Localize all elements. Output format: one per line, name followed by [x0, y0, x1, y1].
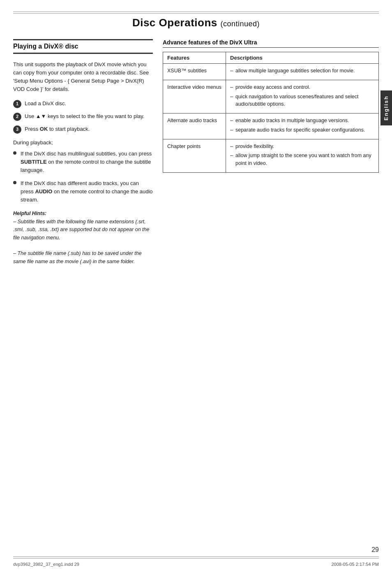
desc-item: –separate audio tracks for specific spea… [230, 126, 374, 134]
step-item-1: 1 Load a DivX disc. [13, 100, 153, 108]
desc-text: allow multiple language subtitles select… [235, 67, 355, 75]
desc-dash: – [230, 93, 233, 101]
hints-title: Helpful Hints: [13, 211, 46, 216]
desc-text: provide flexibility. [235, 143, 274, 151]
right-column: Advance features of the DivX Ultra Featu… [163, 39, 379, 545]
left-column: Playing a DivX® disc This unit supports … [13, 39, 153, 545]
desc-item: –allow jump straight to the scene you wa… [230, 152, 374, 167]
desc-dash: – [230, 143, 233, 151]
content-area: Playing a DivX® disc This unit supports … [13, 39, 379, 545]
desc-dash: – [230, 67, 233, 75]
step-item-2: 2 Use ▲▼ keys to select to the file you … [13, 112, 153, 121]
side-tab: English [380, 90, 392, 125]
hint1-text: – Subtitle files with the following file… [13, 219, 149, 241]
bullet-list: If the DivX disc has multilingual subtit… [13, 150, 153, 204]
footer-left: dvp3962_3982_37_eng1.indd 29 [13, 562, 79, 567]
feature-name-1: Interactive video menus [163, 80, 226, 113]
features-table: Features Descriptions XSUB™ subtitles–al… [163, 52, 379, 173]
page-title: Disc Operations (continued) [132, 16, 260, 29]
bottom-border-inner [13, 556, 379, 557]
step-text-2: Use ▲▼ keys to select to the file you wa… [25, 112, 144, 120]
col2-header: Descriptions [226, 52, 379, 64]
col1-header: Features [163, 52, 226, 64]
step-item-3: 3 Press OK to start playback. [13, 125, 153, 134]
desc-dash: – [230, 126, 233, 134]
table-header-row: Features Descriptions [163, 52, 379, 64]
table-row: Chapter points–provide flexibility.–allo… [163, 139, 379, 172]
desc-text: separate audio tracks for specific speak… [235, 126, 365, 134]
page-header: Disc Operations (continued) [13, 16, 379, 29]
bullet-item-2: If the DivX disc has different audio tra… [13, 179, 153, 204]
advance-title: Advance features of the DivX Ultra [163, 39, 379, 48]
feature-desc-0: –allow multiple language subtitles selec… [226, 64, 379, 80]
desc-item: –provide easy access and control. [230, 83, 374, 91]
section-title: Playing a DivX® disc [13, 43, 78, 50]
feature-name-0: XSUB™ subtitles [163, 64, 226, 80]
step-num-2: 2 [13, 113, 21, 121]
desc-dash: – [230, 152, 233, 160]
feature-name-2: Alternate audio tracks [163, 114, 226, 139]
step-text-3: Press OK to start playback. [25, 125, 90, 133]
page-title-continued: (continued) [221, 20, 260, 28]
desc-dash: – [230, 83, 233, 91]
helpful-hints: Helpful Hints: – Subtitle files with the… [13, 210, 153, 266]
desc-text: enable audio tracks in multiple language… [235, 117, 349, 125]
table-body: XSUB™ subtitles–allow multiple language … [163, 64, 379, 173]
step-num-1: 1 [13, 100, 21, 108]
feature-desc-3: –provide flexibility.–allow jump straigh… [226, 139, 379, 172]
desc-text: provide easy access and control. [235, 83, 310, 91]
top-border-outer [13, 12, 379, 12]
page: Disc Operations (continued) English Play… [0, 0, 392, 570]
table-row: Interactive video menus–provide easy acc… [163, 80, 379, 113]
step-num-3: 3 [13, 125, 21, 134]
feature-desc-1: –provide easy access and control.–quick … [226, 80, 379, 113]
table-row: Alternate audio tracks–enable audio trac… [163, 114, 379, 139]
feature-name-3: Chapter points [163, 139, 226, 172]
steps-list: 1 Load a DivX disc. 2 Use ▲▼ keys to sel… [13, 100, 153, 134]
desc-item: –enable audio tracks in multiple languag… [230, 117, 374, 125]
desc-text: quick navigation to various scenes/featu… [235, 93, 374, 109]
side-tab-label: English [383, 95, 389, 120]
bullet-text-1: If the DivX disc has multilingual subtit… [21, 150, 153, 174]
section-title-box: Playing a DivX® disc [13, 39, 153, 54]
feature-desc-2: –enable audio tracks in multiple languag… [226, 114, 379, 139]
intro-text: This unit supports the playback of DivX … [13, 60, 153, 94]
top-border-inner [13, 13, 379, 14]
desc-dash: – [230, 117, 233, 125]
bullet-dot-2 [13, 181, 16, 184]
hint2-text: – The subtitle file name (.sub) has to b… [13, 250, 142, 264]
desc-text: allow jump straight to the scene you wan… [235, 152, 374, 167]
desc-item: –quick navigation to various scenes/feat… [230, 93, 374, 109]
during-playback-label: During playback; [13, 139, 153, 146]
desc-item: –provide flexibility. [230, 143, 374, 151]
bullet-dot-1 [13, 151, 16, 155]
page-number: 29 [371, 546, 379, 554]
step-text-1: Load a DivX disc. [25, 100, 66, 108]
bullet-item-1: If the DivX disc has multilingual subtit… [13, 150, 153, 174]
table-row: XSUB™ subtitles–allow multiple language … [163, 64, 379, 80]
footer-right: 2008-05-05 2:17:54 PM [331, 562, 379, 567]
page-footer: dvp3962_3982_37_eng1.indd 29 2008-05-05 … [13, 562, 379, 567]
bottom-border-outer [13, 558, 379, 558]
bullet-text-2: If the DivX disc has different audio tra… [21, 179, 153, 204]
desc-item: –allow multiple language subtitles selec… [230, 67, 374, 75]
